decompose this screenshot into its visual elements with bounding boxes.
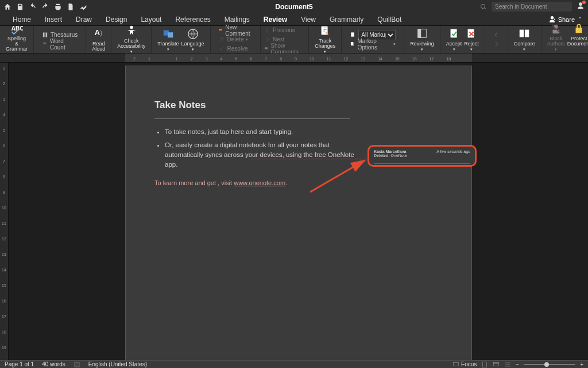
outline-view-icon[interactable] [504,361,511,368]
zoom-slider[interactable] [524,364,575,365]
tab-draw[interactable]: Draw [69,13,99,25]
svg-text:+: + [220,28,222,30]
revision-author: Kasia Marcellava [374,150,406,154]
delete-icon [219,36,225,43]
svg-rect-11 [351,32,355,36]
tab-quillbot[interactable]: QuillBot [370,13,408,25]
svg-rect-18 [520,29,524,37]
vertical-ruler[interactable]: 12345678910111213141516171819 [0,63,9,360]
revision-connector-line [250,159,373,159]
chevron-left-icon [493,32,500,38]
comments-icon [264,45,268,52]
protect-document-button[interactable]: Protect Document [566,22,588,57]
tab-insert[interactable]: Insert [38,13,69,25]
spelling-grammar-button[interactable]: ABC Spelling & Grammar [5,22,29,57]
read-aloud-button[interactable]: A Read Aloud [91,28,106,52]
status-page[interactable]: Page 1 of 1 [5,361,34,367]
onenote-link[interactable]: www.onenote.com [234,179,285,186]
spellcheck-icon: ABC [10,22,23,35]
reject-button[interactable]: Reject [463,28,480,52]
svg-rect-9 [265,47,268,49]
tab-design[interactable]: Design [99,13,134,25]
prev-change-button[interactable] [492,30,501,39]
titlebar: Document5 [0,0,588,13]
tab-layout[interactable]: Layout [134,13,168,25]
file-icon[interactable] [67,3,75,11]
web-layout-icon[interactable] [493,361,500,368]
document-page[interactable]: Take Notes To take notes, just tap here … [125,66,472,360]
svg-rect-12 [351,42,354,45]
zoom-out-button[interactable]: − [516,361,519,367]
svg-rect-22 [576,28,582,33]
revision-deleted-text: OneNote [391,154,407,158]
status-language[interactable]: English (United States) [88,361,147,367]
search-input[interactable] [492,2,572,12]
print-layout-icon[interactable] [481,361,488,368]
svg-rect-27 [454,362,459,366]
svg-text:A: A [94,28,99,36]
heading-separator [154,118,350,119]
ribbon-review: ABC Spelling & Grammar Thesaurus 123Word… [0,26,588,53]
tab-bar: Home Insert Draw Design Layout Reference… [0,13,588,26]
save-icon[interactable] [16,3,24,11]
next-icon [264,36,270,43]
user-avatar[interactable] [577,2,585,12]
delete-comment-button: Delete▾ [218,35,253,44]
language-button[interactable]: Language [180,28,205,52]
tab-grammarly[interactable]: Grammarly [323,13,370,25]
revision-time: A few seconds ago [436,150,470,163]
options-icon [350,41,355,47]
show-comments-button: Show Comments [263,44,301,53]
customize-icon[interactable] [79,3,87,11]
compare-button[interactable]: Compare [513,28,536,52]
read-aloud-icon: A [92,28,105,40]
track-changes-button[interactable]: Track Changes [314,25,336,54]
home-icon[interactable] [3,3,11,11]
revision-callout[interactable]: Kasia Marcellava Deleted: OneNote A few … [368,145,477,167]
markup-options-button[interactable]: Markup Options▾ [349,40,397,48]
undo-icon[interactable] [29,3,37,11]
zoom-in-button[interactable]: + [580,361,583,367]
search-icon [480,3,487,10]
lock-icon [572,22,585,35]
doc-bullet-2[interactable]: Or, easily create a digital notebook for… [165,140,354,170]
redo-icon[interactable] [41,3,49,11]
tab-view[interactable]: View [294,13,323,25]
svg-text:123: 123 [42,43,46,45]
status-words[interactable]: 40 words [42,361,65,367]
print-icon[interactable] [54,3,62,11]
document-workspace[interactable]: 12345678910111213141516171819 Take Notes… [0,63,588,360]
status-bar: Page 1 of 1 40 words English (United Sta… [0,360,588,368]
svg-rect-16 [450,29,457,37]
zoom-thumb[interactable] [544,362,549,367]
quick-access-toolbar [3,3,87,11]
translate-icon [162,28,175,40]
doc-heading[interactable]: Take Notes [154,98,443,113]
svg-rect-15 [418,29,421,37]
tab-references[interactable]: References [168,13,217,25]
focus-button[interactable]: Focus [452,361,477,368]
svg-text:ABC: ABC [11,25,23,31]
tab-review[interactable]: Review [257,13,294,25]
svg-point-13 [353,45,354,46]
check-icon [219,45,225,52]
document-body[interactable]: Take Notes To take notes, just tap here … [126,66,471,187]
doc-learn-line[interactable]: To learn more and get , visit www.onenot… [154,178,443,188]
ruler-marks-h: 21123456789101112131415161718 [125,53,472,62]
notification-dot-icon [582,1,586,4]
accessibility-icon [125,25,138,37]
reviewing-pane-button[interactable]: Reviewing [409,28,435,52]
spelling-status-icon[interactable] [74,361,80,368]
doc-bullet-1[interactable]: To take notes, just tap here and start t… [165,127,443,137]
check-accessibility-button[interactable]: Check Accessibility [116,25,146,54]
horizontal-ruler[interactable]: 21123456789101112131415161718 [0,53,588,63]
collapse-ribbon-icon[interactable]: ⌃ [578,16,582,22]
word-count-button[interactable]: 123Word Count [41,40,79,48]
book-icon [42,32,48,38]
svg-rect-19 [525,29,529,37]
focus-icon [452,361,459,368]
new-comment-button[interactable]: +New Comment [218,26,253,34]
next-change-button[interactable] [492,40,501,48]
accept-button[interactable]: Accept [445,28,463,52]
translate-button[interactable]: Translate [156,28,180,52]
